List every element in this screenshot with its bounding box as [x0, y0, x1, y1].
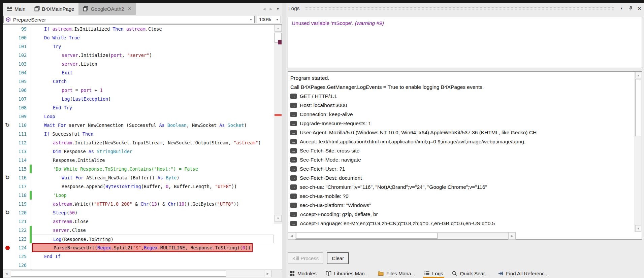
tab-list-dropdown-icon[interactable]: ▼ [276, 7, 280, 11]
code-text[interactable]: Do While True [32, 33, 273, 42]
breakpoint-gutter[interactable] [3, 25, 12, 33]
breakpoint-gutter[interactable] [3, 60, 12, 68]
breakpoint-gutter[interactable] [3, 95, 12, 103]
breakpoint-gutter[interactable] [3, 130, 12, 138]
code-line-118[interactable]: 118'Loop [3, 191, 273, 200]
scroll-right-icon[interactable]: ▶ [508, 232, 516, 240]
code-line-120[interactable]: ↻120Sleep(50) [3, 208, 273, 217]
pin-icon[interactable] [628, 6, 634, 11]
breakpoint-gutter[interactable] [3, 42, 12, 51]
code-text[interactable]: Exit [32, 68, 273, 77]
kill-process-button[interactable]: Kill Process [288, 252, 323, 264]
code-text[interactable]: End If [32, 252, 273, 261]
code-line-113[interactable]: 113Dim Response As StringBuilder [3, 147, 273, 156]
log-hscroll-thumb[interactable] [296, 233, 438, 239]
breakpoint-gutter[interactable] [3, 182, 12, 191]
editor-hscroll-thumb[interactable] [11, 271, 226, 277]
breakpoint-gutter[interactable] [3, 226, 12, 235]
code-line-108[interactable]: 108End Try [3, 103, 273, 112]
breakpoint-gutter[interactable] [3, 261, 12, 270]
log-vertical-scrollbar[interactable]: ▲ ▼ [635, 72, 642, 232]
editor-tab-b4xmainpage[interactable]: B4XMainPage [30, 3, 79, 15]
code-line-100[interactable]: 100Do While True [3, 33, 273, 42]
code-line-102[interactable]: 102server.Initialize(port, "server") [3, 51, 273, 60]
code-text[interactable]: Loop [32, 112, 273, 121]
code-text[interactable]: Wait For server_NewConnection (Successfu… [32, 121, 273, 130]
code-text[interactable] [32, 261, 273, 270]
code-line-117[interactable]: 117Response.Append(BytesToString(Buffer,… [3, 182, 273, 191]
breakpoint-gutter[interactable] [3, 191, 12, 200]
scroll-left-icon[interactable]: ◀ [288, 232, 295, 240]
warnings-area[interactable]: Unused variable 'mScope'. (warning #9) [288, 17, 642, 68]
bottom-tab-quick-sear-[interactable]: Quick Sear... [452, 269, 489, 278]
code-text[interactable]: Log(Response.ToString) [32, 235, 273, 243]
bottom-tab-logs[interactable]: Logs [424, 269, 443, 278]
code-text[interactable]: server.Close [32, 226, 273, 235]
breakpoint-gutter[interactable] [3, 86, 12, 95]
panel-menu-icon[interactable]: ▼ [618, 7, 624, 10]
clear-button[interactable]: Clear [327, 252, 349, 264]
scroll-down-icon[interactable]: ▼ [275, 215, 282, 222]
breakpoint-gutter[interactable] [3, 235, 12, 243]
code-line-99[interactable]: 99If astream.IsInitialized Then astream.… [3, 25, 273, 33]
code-line-112[interactable]: 112astream.Initialize(NewSocket.InputStr… [3, 138, 273, 147]
code-text[interactable]: astream.Initialize(NewSocket.InputStream… [32, 138, 273, 147]
code-line-104[interactable]: 104Exit [3, 68, 273, 77]
code-text[interactable]: astream.Close [32, 217, 273, 226]
code-text[interactable]: Dim Response As StringBuilder [32, 147, 273, 156]
code-text[interactable]: 'Do While Response.ToString.Contains("Ho… [32, 165, 273, 173]
code-line-111[interactable]: 111If Successful Then [3, 130, 273, 138]
log-vscroll-thumb[interactable] [635, 79, 641, 136]
code-text[interactable]: ParseBrowserUrl(Regex.Split2("$",Regex.M… [32, 243, 273, 252]
breakpoint-gutter[interactable]: ↻ [3, 173, 12, 182]
breakpoint-gutter[interactable] [3, 51, 12, 60]
code-line-123[interactable]: 123Log(Response.ToString) [3, 235, 273, 243]
log-output-area[interactable]: Program started.Call B4XPages.GetManager… [288, 71, 642, 240]
code-text[interactable]: Try [32, 42, 273, 51]
scroll-down-icon[interactable]: ▼ [635, 225, 641, 232]
scroll-up-icon[interactable]: ▲ [275, 25, 282, 32]
breakpoint-gutter[interactable] [3, 33, 12, 42]
pane-splitter[interactable] [282, 3, 286, 278]
code-text[interactable]: Response.Initialize [32, 156, 273, 165]
breakpoint-gutter[interactable] [3, 138, 12, 147]
breakpoint-gutter[interactable]: ↻ [3, 208, 12, 217]
editor-horizontal-scrollbar[interactable]: ◀ ▶ [3, 270, 271, 277]
editor-tab-googleoauth2[interactable]: GoogleOAuth2× [78, 3, 135, 15]
bottom-tab-libraries-man-[interactable]: Libraries Man... [326, 269, 369, 278]
breakpoint-gutter[interactable] [3, 68, 12, 77]
code-text[interactable]: Catch [32, 77, 273, 86]
code-text[interactable]: Sleep(50) [32, 208, 273, 217]
code-text[interactable]: astream.Write(("HTTP/1.0 200" & Chr(13) … [32, 200, 273, 208]
code-text[interactable]: If Successful Then [32, 130, 273, 138]
code-line-116[interactable]: ↻116Wait For AStream_NewData (Buffer() A… [3, 173, 273, 182]
close-icon[interactable]: × [637, 5, 641, 12]
editor-tab-main[interactable]: Main [3, 3, 30, 15]
breakpoint-gutter[interactable] [3, 103, 12, 112]
scroll-up-icon[interactable]: ▲ [635, 72, 641, 78]
scroll-left-icon[interactable]: ◀ [3, 270, 10, 277]
code-line-126[interactable]: 126 [3, 261, 273, 270]
code-line-106[interactable]: 106port = port + 1 [3, 86, 273, 95]
breakpoint-gutter[interactable] [3, 217, 12, 226]
bottom-tab-modules[interactable]: Modules [290, 269, 317, 278]
breakpoint-gutter[interactable] [3, 200, 12, 208]
code-line-107[interactable]: 107Log(LastException) [3, 95, 273, 103]
code-text[interactable]: End Try [32, 103, 273, 112]
tab-scroll-left-icon[interactable]: ◀ [263, 7, 266, 11]
breakpoint-gutter[interactable] [3, 112, 12, 121]
editor-hscroll-track[interactable] [10, 270, 264, 277]
close-icon[interactable]: × [128, 5, 131, 12]
code-text[interactable]: Log(LastException) [32, 95, 273, 103]
code-line-103[interactable]: 103server.Listen [3, 60, 273, 68]
breakpoint-gutter[interactable] [3, 77, 12, 86]
code-text[interactable]: 'Loop [32, 191, 273, 200]
code-line-109[interactable]: 109Loop [3, 112, 273, 121]
code-text[interactable]: If astream.IsInitialized Then astream.Cl… [32, 25, 273, 33]
log-horizontal-scrollbar[interactable]: ◀ ▶ [288, 232, 516, 239]
scroll-right-icon[interactable]: ▶ [264, 270, 271, 277]
code-text[interactable]: Wait For AStream_NewData (Buffer() As By… [32, 173, 273, 182]
code-line-115[interactable]: 115'Do While Response.ToString.Contains(… [3, 165, 273, 173]
zoom-combobox[interactable]: 100% ▼ [257, 16, 281, 23]
bottom-tab-find-all-referenc-[interactable]: Find All Referenc... [498, 269, 549, 278]
